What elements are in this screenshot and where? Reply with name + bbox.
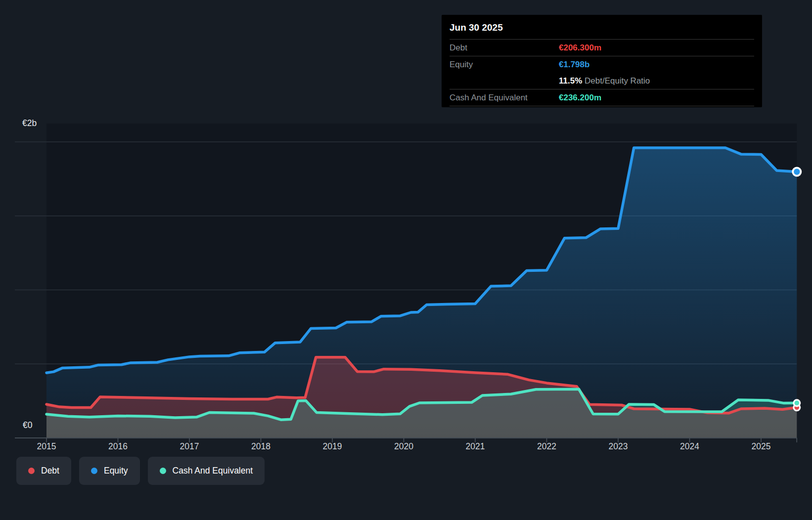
tooltip-row-debt: Debt €206.300m <box>450 39 754 56</box>
tooltip-date: Jun 30 2025 <box>442 15 762 39</box>
x-axis-label-2025: 2025 <box>739 441 783 452</box>
legend-label: Debt <box>41 466 59 476</box>
tooltip-cash-value: €236.200m <box>559 93 601 103</box>
y-axis-label-2b: €2b <box>22 118 37 129</box>
tooltip-ratio-label: Debt/Equity Ratio <box>585 76 650 86</box>
tooltip-row-cash: Cash And Equivalent €236.200m <box>450 89 754 106</box>
legend-label: Cash And Equivalent <box>173 466 253 476</box>
legend-dot-icon <box>160 468 166 474</box>
x-axis-label-2023: 2023 <box>596 441 640 452</box>
legend-dot-icon <box>28 468 35 474</box>
chart-legend: DebtEquityCash And Equivalent <box>16 457 265 485</box>
tooltip-row-ratio: 11.5% Debt/Equity Ratio <box>450 73 754 89</box>
tooltip-row-equity: Equity €1.798b <box>450 56 754 73</box>
cash-end-marker <box>795 401 800 406</box>
x-axis-label-2018: 2018 <box>239 441 283 452</box>
tooltip-ratio-value: 11.5% Debt/Equity Ratio <box>559 76 650 86</box>
tooltip-equity-label: Equity <box>450 60 559 70</box>
y-axis-label-0: €0 <box>23 420 32 431</box>
x-axis-label-2019: 2019 <box>310 441 355 452</box>
tooltip-debt-label: Debt <box>450 43 559 53</box>
equity-end-marker <box>794 169 800 174</box>
legend-item-debt[interactable]: Debt <box>16 457 71 485</box>
tooltip-equity-value: €1.798b <box>559 60 589 70</box>
x-axis-label-2016: 2016 <box>96 441 140 452</box>
x-axis-label-2021: 2021 <box>453 441 497 452</box>
page: €2b €0 201520162017201820192020202120222… <box>0 0 812 520</box>
tooltip-debt-value: €206.300m <box>559 43 601 53</box>
legend-dot-icon <box>91 468 97 474</box>
chart-tooltip: Jun 30 2025 Debt €206.300m Equity €1.798… <box>442 15 762 107</box>
legend-item-equity[interactable]: Equity <box>79 457 140 485</box>
tooltip-cash-label: Cash And Equivalent <box>450 93 559 103</box>
legend-label: Equity <box>104 466 128 476</box>
tooltip-ratio-number: 11.5% <box>559 76 582 86</box>
x-axis-label-2017: 2017 <box>167 441 212 452</box>
x-axis-label-2024: 2024 <box>668 441 712 452</box>
x-axis-label-2020: 2020 <box>382 441 426 452</box>
x-axis-label-2022: 2022 <box>525 441 569 452</box>
x-axis-label-2015: 2015 <box>24 441 69 452</box>
legend-item-cash-and-equivalent[interactable]: Cash And Equivalent <box>148 457 265 485</box>
